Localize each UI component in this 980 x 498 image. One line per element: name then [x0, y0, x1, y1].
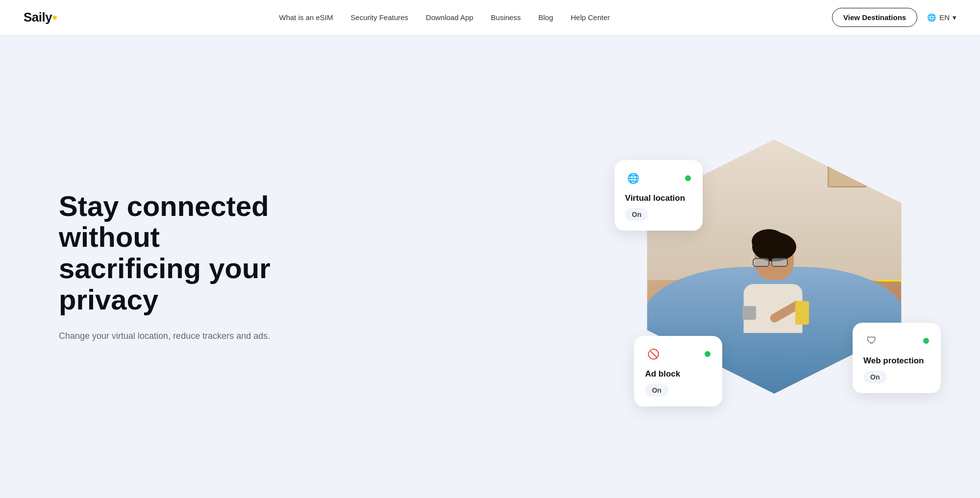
nav-item-blog[interactable]: Blog	[539, 13, 553, 22]
virtual-location-badge: On	[625, 208, 648, 221]
shield-icon: 🛡	[863, 332, 880, 349]
block-icon: 🚫	[645, 346, 662, 362]
web-protection-card: 🛡 Web protection On	[853, 323, 941, 393]
nav-item-security[interactable]: Security Features	[351, 13, 409, 22]
card-header-adblock: 🚫	[645, 346, 710, 362]
card-header-webprotection: 🛡	[863, 332, 929, 349]
hero-title-line2: sacrificing your privacy	[59, 252, 270, 315]
virtual-location-title: Virtual location	[625, 193, 691, 203]
hero-title: Stay connected without sacrificing your …	[59, 190, 314, 315]
nav-item-download[interactable]: Download App	[426, 13, 473, 22]
globe-nav-icon: 🌐	[927, 13, 936, 22]
nav-item-esim[interactable]: What is an eSIM	[279, 13, 333, 22]
nav-item-help[interactable]: Help Center	[571, 13, 610, 22]
hero-section: Stay connected without sacrificing your …	[0, 35, 980, 498]
web-protection-badge: On	[863, 371, 886, 383]
logo-dot	[53, 16, 57, 20]
lang-label: EN	[939, 13, 950, 22]
hero-title-line1: Stay connected without	[59, 190, 269, 253]
ad-block-title: Ad block	[645, 369, 710, 379]
chevron-down-icon: ▾	[953, 13, 956, 22]
nav-item-business[interactable]: Business	[491, 13, 521, 22]
web-protection-title: Web protection	[863, 356, 929, 366]
logo-text: Saily	[24, 10, 52, 25]
globe-icon: 🌐	[625, 170, 642, 187]
navigation: Saily What is an eSIM Security Features …	[0, 0, 980, 35]
view-destinations-button[interactable]: View Destinations	[832, 8, 917, 27]
card-header-virtual: 🌐	[625, 170, 691, 187]
virtual-location-card: 🌐 Virtual location On	[614, 160, 703, 231]
web-protection-status-dot	[923, 338, 929, 344]
hero-text: Stay connected without sacrificing your …	[59, 190, 314, 343]
ad-block-badge: On	[645, 384, 668, 397]
language-selector[interactable]: 🌐 EN ▾	[927, 13, 956, 22]
ad-block-status-dot	[705, 351, 710, 357]
nav-links: What is an eSIM Security Features Downlo…	[279, 13, 610, 22]
virtual-location-status-dot	[685, 175, 691, 181]
logo[interactable]: Saily	[24, 10, 57, 25]
ad-block-card: 🚫 Ad block On	[634, 336, 722, 406]
hero-subtitle: Change your virtual location, reduce tra…	[59, 329, 314, 343]
nav-right: View Destinations 🌐 EN ▾	[832, 8, 956, 27]
hero-visual: 🌐 Virtual location On 🚫 Ad block On 🛡 We…	[608, 100, 941, 433]
